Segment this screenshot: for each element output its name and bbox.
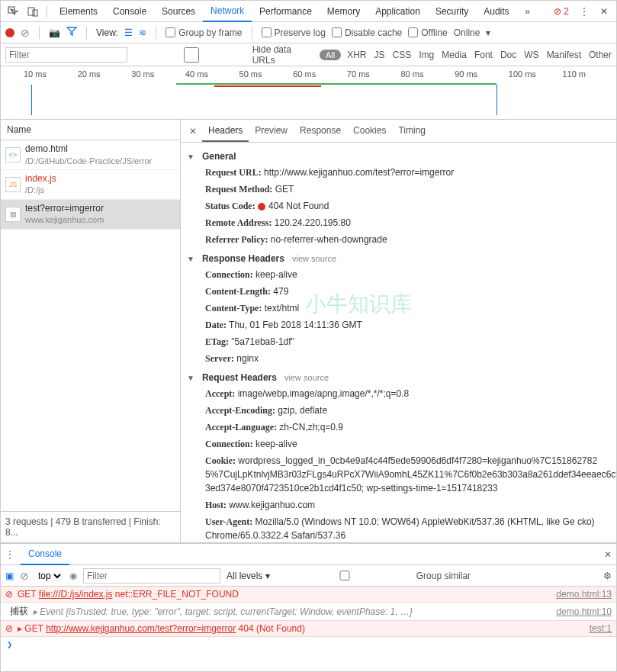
header-row: Request Method: GET	[187, 181, 610, 198]
request-row[interactable]: JSindex.js/D:/js	[1, 170, 180, 200]
tab-elements[interactable]: Elements	[52, 2, 105, 21]
hide-data-urls-checkbox[interactable]: Hide data URLs	[133, 44, 313, 66]
filter-img[interactable]: Img	[419, 50, 434, 60]
tab-audits[interactable]: Audits	[476, 2, 516, 21]
triangle-icon: ▼	[187, 153, 194, 161]
camera-icon[interactable]: 📷	[49, 27, 60, 38]
header-row: Request URL: http://www.kejiganhuo.com/t…	[187, 164, 610, 181]
tab-security[interactable]: Security	[428, 2, 476, 21]
detail-tab-timing[interactable]: Timing	[392, 121, 432, 142]
header-row: Remote Address: 120.24.220.195:80	[187, 214, 610, 231]
tab-application[interactable]: Application	[368, 2, 428, 21]
timeline-tick: 30 ms	[131, 66, 185, 79]
detail-tab-headers[interactable]: Headers	[202, 121, 249, 142]
more-tabs-icon[interactable]: »	[519, 2, 537, 21]
inspect-icon[interactable]	[4, 2, 22, 21]
detail-tab-preview[interactable]: Preview	[249, 121, 294, 142]
section-header[interactable]: ▼Request Headersview source	[187, 370, 610, 385]
header-row: Host: www.kejiganhuo.com	[187, 497, 610, 513]
timeline-tick: 90 ms	[455, 66, 509, 79]
large-rows-icon[interactable]: ☰	[124, 27, 133, 38]
source-link[interactable]: demo.html:10	[556, 606, 612, 617]
tab-sources[interactable]: Sources	[154, 2, 203, 21]
group-by-frame-checkbox[interactable]: Group by frame	[165, 27, 242, 38]
view-source-link[interactable]: view source	[284, 373, 329, 382]
svg-rect-0	[28, 8, 34, 15]
tab-network[interactable]: Network	[203, 1, 252, 22]
group-similar-checkbox[interactable]: Group similar	[276, 571, 471, 581]
timeline-overview[interactable]: 10 ms20 ms30 ms40 ms50 ms60 ms70 ms80 ms…	[1, 66, 616, 120]
filter-types: XHRJSCSSImgMediaFontDocWSManifestOther	[347, 50, 612, 60]
tab-memory[interactable]: Memory	[320, 2, 368, 21]
file-icon: ▧	[5, 207, 21, 222]
request-name: test?error=imgerror	[25, 203, 104, 215]
header-row: Date: Thu, 01 Feb 2018 14:11:36 GMT	[187, 317, 610, 333]
filter-manifest[interactable]: Manifest	[547, 50, 581, 60]
preserve-log-checkbox[interactable]: Preserve log	[262, 27, 326, 38]
filter-doc[interactable]: Doc	[500, 50, 516, 60]
header-row: Connection: keep-alive	[187, 266, 610, 283]
filter-all[interactable]: All	[320, 50, 341, 60]
name-column-header[interactable]: Name	[1, 120, 180, 140]
section-header[interactable]: ▼Response Headersview source	[187, 251, 610, 266]
filter-xhr[interactable]: XHR	[347, 50, 366, 60]
filter-other[interactable]: Other	[589, 50, 612, 60]
close-details-icon[interactable]: ✕	[185, 126, 201, 137]
disable-cache-checkbox[interactable]: Disable cache	[332, 27, 402, 38]
eye-icon[interactable]: ◉	[69, 571, 77, 581]
record-icon[interactable]	[5, 28, 14, 37]
offline-checkbox[interactable]: Offline	[408, 27, 447, 38]
filter-font[interactable]: Font	[474, 50, 493, 60]
tab-console[interactable]: Console	[105, 2, 154, 21]
clear-icon[interactable]: ⊘	[21, 27, 30, 39]
filter-input[interactable]	[5, 47, 127, 63]
filter-js[interactable]: JS	[374, 50, 385, 60]
console-row[interactable]: 捕获 ▸ Event {isTrusted: true, type: "erro…	[1, 603, 616, 621]
filter-ws[interactable]: WS	[524, 50, 538, 60]
clear-console-icon[interactable]: ⊘	[20, 570, 29, 582]
request-row[interactable]: ▧test?error=imgerrorwww.kejiganhuo.com	[1, 200, 180, 230]
section-header[interactable]: ▼General	[187, 149, 610, 164]
console-prompt[interactable]: ❯	[1, 637, 616, 652]
context-select[interactable]: top	[35, 570, 63, 582]
timeline-tick: 70 ms	[347, 66, 401, 79]
source-link[interactable]: demo.html:13	[556, 589, 612, 600]
drawer-menu-icon[interactable]: ⋮	[5, 549, 14, 560]
waterfall-icon[interactable]: ≋	[139, 27, 146, 38]
network-main: Name <>demo.html/D:/GitHub/Code-Practice…	[1, 120, 616, 543]
console-row[interactable]: ⊘▸ GET http://www.kejiganhuo.com/test?er…	[1, 621, 616, 637]
status-bar: 3 requests | 479 B transferred | Finish:…	[1, 511, 180, 542]
console-tab[interactable]: Console	[21, 544, 69, 565]
view-label: View:	[96, 27, 118, 38]
triangle-icon: ▼	[187, 374, 194, 382]
tab-performance[interactable]: Performance	[252, 2, 320, 21]
console-settings-icon[interactable]: ⚙	[603, 571, 612, 581]
header-row: Connection: keep-alive	[187, 436, 610, 452]
header-row: User-Agent: Mozilla/5.0 (Windows NT 10.0…	[187, 513, 610, 542]
error-count-badge[interactable]: ⊘2	[554, 6, 569, 17]
filter-css[interactable]: CSS	[393, 50, 412, 60]
file-icon: <>	[5, 147, 21, 162]
sidebar-toggle-icon[interactable]: ▣	[5, 571, 14, 581]
close-icon[interactable]: ✕	[595, 2, 613, 21]
filter-media[interactable]: Media	[442, 50, 467, 60]
request-row[interactable]: <>demo.html/D:/GitHub/Code-Practice/JS/e…	[1, 140, 180, 170]
timeline-tick: 80 ms	[400, 66, 455, 79]
error-icon: ⊘	[5, 589, 13, 600]
timeline-tick: 100 ms	[509, 66, 563, 79]
console-filter-input[interactable]	[83, 568, 220, 584]
source-link[interactable]: test:1	[590, 623, 612, 634]
kebab-menu-icon[interactable]: ⋮	[575, 2, 593, 21]
view-source-link[interactable]: view source	[292, 254, 336, 263]
headers-pane: ▼GeneralRequest URL: http://www.kejiganh…	[181, 143, 616, 542]
header-row: Accept-Encoding: gzip, deflate	[187, 402, 610, 419]
device-icon[interactable]	[24, 2, 42, 21]
levels-dropdown[interactable]: All levels ▾	[227, 571, 270, 581]
console-row[interactable]: ⊘GET file:///D:/js/index.js net::ERR_FIL…	[1, 587, 616, 603]
throttle-dropdown-icon[interactable]: ▾	[486, 27, 490, 38]
filter-toggle-icon[interactable]	[66, 27, 77, 38]
detail-tab-response[interactable]: Response	[294, 121, 347, 142]
timeline-tick: 50 ms	[239, 66, 294, 79]
detail-tab-cookies[interactable]: Cookies	[347, 121, 392, 142]
close-drawer-icon[interactable]: ✕	[604, 549, 612, 560]
